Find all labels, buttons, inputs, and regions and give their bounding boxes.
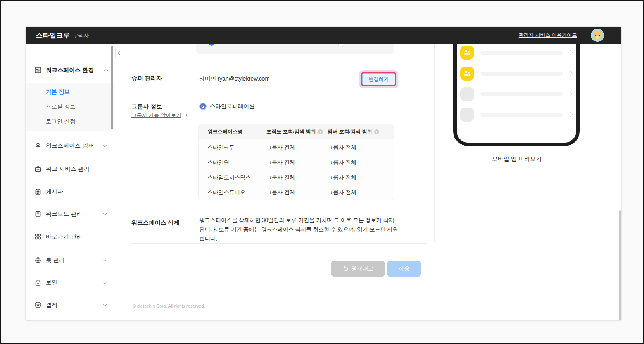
sidebar-subitem-profile-info[interactable]: 프로필 정보 xyxy=(26,99,114,114)
profile-avatar[interactable] xyxy=(591,29,604,42)
sidebar-item-workboard[interactable]: 워크보드 관리 xyxy=(26,206,114,222)
app-body: 워크스페이스 환경 기본 정보 프로필 정보 로그인 설정 xyxy=(26,44,622,321)
table-row: 스타일로지스틱스 그룹사 전체 그룹사 전체 xyxy=(199,170,394,185)
scrolled-setting-remnant xyxy=(196,44,394,54)
sidebar-subitem-basic-info[interactable]: 기본 정보 xyxy=(26,84,114,99)
chevron-down-icon xyxy=(103,257,107,261)
table-cell: 그룹사 전체 xyxy=(266,155,295,170)
work-service-icon xyxy=(34,165,42,173)
sidebar-item-label: 결제 xyxy=(46,301,57,309)
svg-text:₩: ₩ xyxy=(36,303,40,307)
group-feature-link[interactable]: 그룹사 기능 알아보기 xyxy=(131,112,189,119)
refresh-icon xyxy=(343,266,349,272)
table-cell: 스타일크루 xyxy=(207,140,235,155)
member-icon xyxy=(34,142,42,150)
preview-list-item xyxy=(435,67,599,81)
chevron-right-icon xyxy=(568,112,573,117)
table-row: 스타일원 그룹사 전체 그룹사 전체 xyxy=(199,155,394,170)
chevron-up-icon xyxy=(104,69,108,73)
sidebar-collapse-button[interactable] xyxy=(115,48,123,58)
chevron-down-icon xyxy=(103,143,107,147)
app-header: 스타일크루 관리자 관리자 서비스 이용가이드 xyxy=(26,27,621,44)
section-divider xyxy=(131,96,427,96)
copyright-text: © dk techin Corp. All rights reserved. xyxy=(133,304,205,308)
group-company-name: 스타일코퍼레이션 xyxy=(210,103,255,110)
sidebar-item-label: 워크보드 관리 xyxy=(46,210,82,218)
preview-list-item xyxy=(435,108,599,122)
sidebar-item-label: 봇 관리 xyxy=(46,256,65,264)
workspace-delete-label: 워크스페이스 삭제 xyxy=(131,219,180,227)
avatar-muzzle xyxy=(596,36,599,39)
sidebar-item-payment[interactable]: ₩ 결제 xyxy=(26,297,114,313)
reset-button-label: 원래대로 xyxy=(351,265,374,272)
sidebar-item-bot[interactable]: 봇 관리 xyxy=(26,252,114,268)
group-feature-link-label: 그룹사 기능 알아보기 xyxy=(131,112,181,119)
table-header-row: 워크스페이스명 조직도 조회/검색 범위 i 멤버 조회/검색 범위 i xyxy=(199,124,394,139)
table-cell: 스타일원 xyxy=(207,155,229,170)
chevron-right-icon xyxy=(568,91,573,96)
chevron-down-icon xyxy=(103,280,107,284)
placeholder-icon xyxy=(460,87,474,101)
admin-badge: 관리자 xyxy=(74,33,89,39)
main-content: 슈퍼 관리자 라이언 ryan@stylekrew.com 변경하기 그룹사 정… xyxy=(114,44,434,321)
shortcut-icon xyxy=(34,233,42,241)
skeleton-text-bar xyxy=(480,113,563,117)
sidebar-item-label: 보안 xyxy=(46,279,57,286)
table-header-cell: 멤버 조회/검색 범위 i xyxy=(328,124,379,139)
table-cell: 스타일스튜디오 xyxy=(207,185,245,200)
chevron-right-icon xyxy=(568,50,573,55)
preview-list-item xyxy=(435,46,599,60)
table-cell: 그룹사 전체 xyxy=(328,185,356,200)
table-cell: 그룹사 전체 xyxy=(266,170,295,185)
info-icon[interactable]: i xyxy=(374,129,379,134)
payment-won-icon: ₩ xyxy=(34,301,42,309)
radio-selected-icon[interactable] xyxy=(208,44,215,46)
group-info-label: 그룹사 정보 xyxy=(131,103,162,110)
table-header-label: 워크스페이스명 xyxy=(207,128,243,135)
chevron-down-icon xyxy=(103,211,107,215)
sidebar-item-workspace-env[interactable]: 워크스페이스 환경 xyxy=(26,62,114,78)
table-header-cell: 워크스페이스명 xyxy=(207,124,243,139)
sidebar-scrollbar[interactable] xyxy=(111,46,113,129)
reset-button[interactable]: 원래대로 xyxy=(331,261,385,277)
workspace-delete-description: 워크스페이스를 삭제하면 30일간의 보류 기간을 거치며 그 이후 모든 정보… xyxy=(199,215,399,243)
table-row: 스타일크루 그룹사 전체 그룹사 전체 xyxy=(199,140,394,155)
super-admin-label: 슈퍼 관리자 xyxy=(131,75,162,82)
table-cell: 그룹사 전체 xyxy=(328,170,356,185)
sidebar-subitem-label: 기본 정보 xyxy=(46,88,70,96)
admin-guide-link[interactable]: 관리자 서비스 이용가이드 xyxy=(519,32,577,39)
sidebar-item-shortcut[interactable]: 바로가기 관리 xyxy=(26,229,114,244)
people-group-icon xyxy=(460,67,474,81)
table-cell: 그룹사 전체 xyxy=(266,140,295,155)
sidebar-item-label: 워크스페이스 멤버 xyxy=(46,142,94,150)
sidebar-item-work-service[interactable]: 워크 서비스 관리 xyxy=(26,161,114,177)
apply-button[interactable]: 적용 xyxy=(387,261,421,277)
sidebar-item-security[interactable]: 보안 xyxy=(26,275,114,290)
change-super-admin-button[interactable]: 변경하기 xyxy=(362,73,395,85)
radio-unselected-icon[interactable] xyxy=(338,44,344,47)
sidebar-item-board[interactable]: 게시판 xyxy=(26,184,114,200)
sidebar-item-label: 게시판 xyxy=(46,188,63,196)
avatar-eye xyxy=(599,35,600,36)
board-icon xyxy=(34,188,42,196)
section-divider xyxy=(131,243,427,244)
table-header-cell: 조직도 조회/검색 범위 i xyxy=(266,124,323,139)
placeholder-icon xyxy=(460,108,474,122)
sidebar-item-workspace-member[interactable]: 워크스페이스 멤버 xyxy=(26,138,114,153)
sidebar-subitem-login-settings[interactable]: 로그인 설정 xyxy=(26,114,114,129)
chevron-down-icon xyxy=(103,302,107,306)
table-cell: 그룹사 전체 xyxy=(266,185,295,200)
group-company-row: G 스타일코퍼레이션 xyxy=(199,103,255,110)
info-icon[interactable]: i xyxy=(318,129,323,134)
brand-logo[interactable]: 스타일크루 xyxy=(36,31,70,40)
mobile-preview-caption: 모바일 앱 미리보기 xyxy=(435,155,599,163)
skeleton-text-bar xyxy=(480,51,563,55)
workboard-icon xyxy=(34,210,42,218)
bot-icon xyxy=(34,256,42,264)
sidebar-subitem-label: 프로필 정보 xyxy=(46,103,76,110)
window-scrollbar[interactable] xyxy=(619,210,622,321)
group-workspace-table: 워크스페이스명 조직도 조회/검색 범위 i 멤버 조회/검색 범위 i 스타일… xyxy=(198,124,394,200)
skeleton-text-bar xyxy=(480,72,563,76)
workspace-settings-icon xyxy=(34,66,42,74)
table-header-label: 조직도 조회/검색 범위 xyxy=(266,128,316,135)
